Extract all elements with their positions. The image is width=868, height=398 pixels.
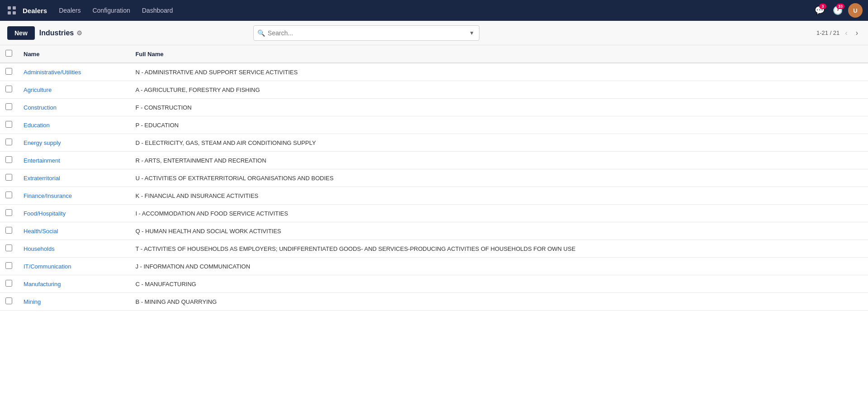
row-full-name: I - ACCOMMODATION AND FOOD SERVICE ACTIV… (130, 205, 868, 222)
row-checkbox-cell[interactable] (0, 81, 18, 99)
table-row: Construction F - CONSTRUCTION (0, 99, 868, 116)
table-row: Manufacturing C - MANUFACTURING (0, 275, 868, 293)
row-checkbox-cell[interactable] (0, 169, 18, 187)
table-row: Extraterritorial U - ACTIVITIES OF EXTRA… (0, 169, 868, 187)
row-checkbox-cell[interactable] (0, 134, 18, 152)
table-row: IT/Communication J - INFORMATION AND COM… (0, 258, 868, 275)
row-name[interactable]: Education (18, 116, 130, 134)
table-header-row: Name Full Name (0, 45, 868, 63)
row-checkbox[interactable] (5, 192, 12, 198)
table-row: Energy supply D - ELECTRICITY, GAS, STEA… (0, 134, 868, 152)
row-name[interactable]: Health/Social (18, 222, 130, 240)
row-checkbox-cell[interactable] (0, 258, 18, 275)
table-row: Mining B - MINING AND QUARRYING (0, 293, 868, 311)
row-checkbox-cell[interactable] (0, 152, 18, 169)
page-title-area: Industries ⚙ (39, 29, 82, 37)
row-name[interactable]: Finance/Insurance (18, 187, 130, 205)
row-checkbox[interactable] (5, 297, 12, 304)
user-avatar[interactable]: U (848, 3, 863, 18)
row-full-name: D - ELECTRICITY, GAS, STEAM AND AIR COND… (130, 134, 868, 152)
row-name[interactable]: Agriculture (18, 81, 130, 99)
activity-button[interactable]: 🕐 33 (830, 3, 845, 18)
menu-item-dealers[interactable]: Dealers (53, 4, 86, 17)
messages-badge: 3 (819, 4, 826, 9)
row-name[interactable]: Food/Hospitality (18, 205, 130, 222)
messages-button[interactable]: 💬 3 (812, 3, 827, 18)
table-container: Name Full Name Administrative/Utilities … (0, 45, 868, 398)
row-checkbox-cell[interactable] (0, 116, 18, 134)
row-name[interactable]: Construction (18, 99, 130, 116)
row-checkbox[interactable] (5, 209, 12, 216)
row-full-name: A - AGRICULTURE, FORESTRY AND FISHING (130, 81, 868, 99)
table-row: Entertainment R - ARTS, ENTERTAINMENT AN… (0, 152, 868, 169)
table-row: Administrative/Utilities N - ADMINISTRAT… (0, 63, 868, 81)
new-button[interactable]: New (7, 26, 35, 40)
table-row: Food/Hospitality I - ACCOMMODATION AND F… (0, 205, 868, 222)
row-name[interactable]: Households (18, 240, 130, 258)
row-checkbox-cell[interactable] (0, 222, 18, 240)
row-checkbox-cell[interactable] (0, 293, 18, 311)
menu-item-dashboard[interactable]: Dashboard (137, 4, 179, 17)
table-row: Education P - EDUCATION (0, 116, 868, 134)
row-checkbox-cell[interactable] (0, 275, 18, 293)
search-input[interactable] (268, 29, 465, 37)
row-full-name: P - EDUCATION (130, 116, 868, 134)
row-checkbox[interactable] (5, 139, 12, 145)
row-full-name: B - MINING AND QUARRYING (130, 293, 868, 311)
col-header-name: Name (18, 45, 130, 63)
row-checkbox-cell[interactable] (0, 99, 18, 116)
row-name[interactable]: Administrative/Utilities (18, 63, 130, 81)
brand-label[interactable]: Dealers (23, 7, 47, 14)
top-navigation: Dealers Dealers Configuration Dashboard … (0, 0, 868, 21)
row-checkbox[interactable] (5, 280, 12, 287)
row-name[interactable]: Energy supply (18, 134, 130, 152)
table-row: Households T - ACTIVITIES OF HOUSEHOLDS … (0, 240, 868, 258)
col-header-full-name: Full Name (130, 45, 868, 63)
row-checkbox[interactable] (5, 245, 12, 251)
row-full-name: J - INFORMATION AND COMMUNICATION (130, 258, 868, 275)
row-checkbox[interactable] (5, 174, 12, 181)
row-checkbox[interactable] (5, 103, 12, 110)
row-name[interactable]: Mining (18, 293, 130, 311)
topnav-icons: 💬 3 🕐 33 U (812, 3, 863, 18)
pagination-prev-button[interactable]: ‹ (842, 28, 850, 38)
row-full-name: N - ADMINISTRATIVE AND SUPPORT SERVICE A… (130, 63, 868, 81)
settings-icon[interactable]: ⚙ (76, 29, 82, 37)
row-checkbox[interactable] (5, 68, 12, 75)
row-full-name: U - ACTIVITIES OF EXTRATERRITORIAL ORGAN… (130, 169, 868, 187)
row-checkbox[interactable] (5, 262, 12, 269)
grid-menu-icon[interactable] (5, 4, 18, 17)
search-dropdown-button[interactable]: ▼ (468, 30, 475, 36)
row-full-name: C - MANUFACTURING (130, 275, 868, 293)
menu-item-configuration[interactable]: Configuration (87, 4, 135, 17)
svg-rect-3 (13, 11, 16, 14)
row-checkbox-cell[interactable] (0, 240, 18, 258)
row-name[interactable]: Manufacturing (18, 275, 130, 293)
toolbar: New Industries ⚙ 🔍 ▼ 1-21 / 21 ‹ › (0, 21, 868, 45)
row-name[interactable]: Entertainment (18, 152, 130, 169)
row-checkbox-cell[interactable] (0, 187, 18, 205)
pagination-label: 1-21 / 21 (816, 29, 840, 36)
row-checkbox[interactable] (5, 86, 12, 92)
row-full-name: R - ARTS, ENTERTAINMENT AND RECREATION (130, 152, 868, 169)
table-row: Agriculture A - AGRICULTURE, FORESTRY AN… (0, 81, 868, 99)
row-checkbox-cell[interactable] (0, 63, 18, 81)
pagination: 1-21 / 21 ‹ › (816, 28, 861, 38)
row-checkbox-cell[interactable] (0, 205, 18, 222)
row-full-name: Q - HUMAN HEALTH AND SOCIAL WORK ACTIVIT… (130, 222, 868, 240)
table-row: Health/Social Q - HUMAN HEALTH AND SOCIA… (0, 222, 868, 240)
row-name[interactable]: Extraterritorial (18, 169, 130, 187)
search-icon: 🔍 (257, 29, 265, 37)
row-checkbox[interactable] (5, 121, 12, 128)
row-full-name: T - ACTIVITIES OF HOUSEHOLDS AS EMPLOYER… (130, 240, 868, 258)
row-checkbox[interactable] (5, 227, 12, 234)
row-name[interactable]: IT/Communication (18, 258, 130, 275)
select-all-checkbox[interactable] (5, 50, 12, 57)
svg-rect-0 (8, 6, 11, 10)
select-all-header[interactable] (0, 45, 18, 63)
top-menu: Dealers Configuration Dashboard (53, 4, 178, 17)
svg-rect-1 (13, 6, 16, 10)
pagination-next-button[interactable]: › (853, 28, 861, 38)
row-full-name: F - CONSTRUCTION (130, 99, 868, 116)
row-checkbox[interactable] (5, 156, 12, 163)
